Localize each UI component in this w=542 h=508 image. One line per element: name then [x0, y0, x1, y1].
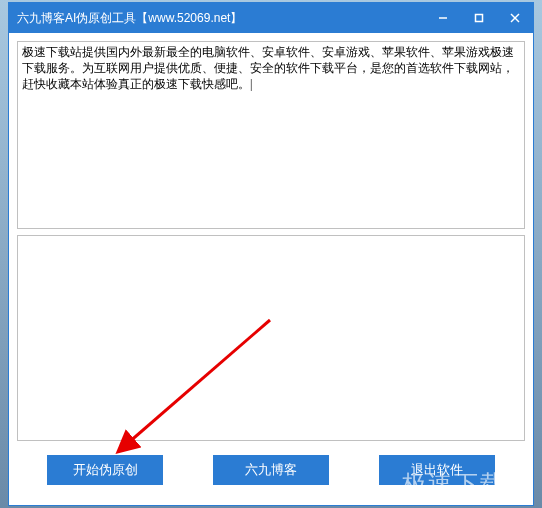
- content-area: 开始伪原创 六九博客 退出软件: [9, 33, 533, 505]
- exit-button[interactable]: 退出软件: [379, 455, 495, 485]
- titlebar: 六九博客AI伪原创工具【www.52069.net】: [9, 3, 533, 33]
- maximize-icon: [474, 13, 484, 23]
- maximize-button[interactable]: [461, 3, 497, 33]
- output-textarea[interactable]: [18, 236, 524, 440]
- blog-button[interactable]: 六九博客: [213, 455, 329, 485]
- window-controls: [425, 3, 533, 33]
- minimize-icon: [438, 13, 448, 23]
- start-button[interactable]: 开始伪原创: [47, 455, 163, 485]
- output-panel: [17, 235, 525, 441]
- input-textarea[interactable]: [18, 42, 524, 228]
- app-window: 六九博客AI伪原创工具【www.52069.net】: [8, 2, 534, 506]
- close-button[interactable]: [497, 3, 533, 33]
- minimize-button[interactable]: [425, 3, 461, 33]
- window-title: 六九博客AI伪原创工具【www.52069.net】: [17, 10, 425, 27]
- input-panel: [17, 41, 525, 229]
- button-row: 开始伪原创 六九博客 退出软件: [17, 447, 525, 497]
- svg-rect-1: [476, 15, 483, 22]
- close-icon: [510, 13, 520, 23]
